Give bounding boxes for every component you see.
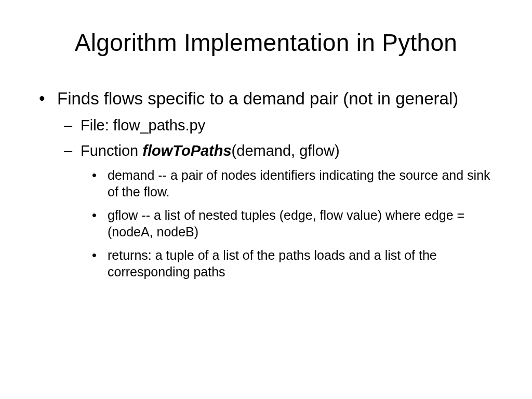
sub-text-file: File: flow_paths.py — [81, 117, 205, 134]
param-item-gflow: gflow -- a list of nested tuples (edge, … — [108, 207, 498, 241]
bullet-list-level2: File: flow_paths.py Function flowToPaths… — [57, 115, 498, 280]
fn-name: flowToPaths — [142, 142, 231, 159]
sub-item-file: File: flow_paths.py — [81, 115, 498, 136]
sub-item-function: Function flowToPaths(demand, gflow) dema… — [81, 141, 498, 280]
param-text-returns: returns: a tuple of a list of the paths … — [108, 248, 437, 280]
param-text-demand: demand -- a pair of nodes identifiers in… — [108, 168, 490, 200]
param-item-returns: returns: a tuple of a list of the paths … — [108, 247, 498, 281]
bullet-text-1: Finds flows specific to a demand pair (n… — [57, 89, 458, 108]
fn-suffix: (demand, gflow) — [232, 142, 340, 159]
bullet-list-level3: demand -- a pair of nodes identifiers in… — [81, 167, 498, 281]
param-item-demand: demand -- a pair of nodes identifiers in… — [108, 167, 498, 201]
bullet-item-1: Finds flows specific to a demand pair (n… — [57, 88, 498, 281]
fn-prefix: Function — [81, 142, 142, 159]
slide-container: Algorithm Implementation in Python Finds… — [0, 0, 532, 399]
bullet-list-level1: Finds flows specific to a demand pair (n… — [34, 88, 498, 281]
param-text-gflow: gflow -- a list of nested tuples (edge, … — [108, 208, 464, 240]
slide-title: Algorithm Implementation in Python — [34, 29, 498, 57]
